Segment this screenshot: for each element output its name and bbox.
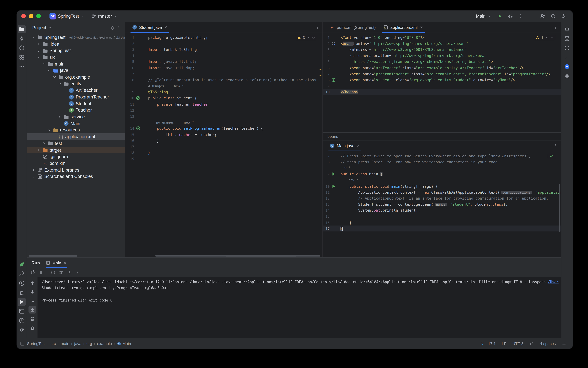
code-line-7[interactable]: 7 <bean name="programTeacher" class="org… [323,71,561,77]
project-scrollbar[interactable] [29,255,77,257]
line-separator[interactable]: LF [499,340,509,346]
code-line-10[interactable]: 10 public static void main(String[] args… [323,183,561,189]
tree-item-external-libraries[interactable]: External Libraries [27,167,125,173]
zoom-window-button[interactable] [36,14,41,18]
run-console[interactable]: /Users/eve/Library/Java/JavaVirtualMachi… [38,277,561,339]
inspection-widget[interactable]: 1 [534,35,556,41]
chevron-down-icon[interactable] [47,128,51,132]
tree-item-org.example[interactable]: org.example [27,74,125,80]
tree-item-test[interactable]: test [27,140,125,147]
code-line-11[interactable]: 11 private Teacher teacher; [125,101,322,107]
panel-options-icon[interactable] [117,26,121,30]
code-with-me-button[interactable] [538,12,547,20]
spring-gutter-icon[interactable] [136,96,141,101]
code-line-1[interactable]: 1<?xml version="1.0" encoding="UTF-8"?> [323,35,561,41]
debug-icon[interactable] [18,288,26,297]
code-line-7[interactable]: 7 [125,71,322,77]
maven-tool-icon[interactable]: m [563,53,571,62]
chevron-right-icon[interactable] [31,175,36,179]
tree-item-resources[interactable]: resources [27,127,125,134]
code-line-16[interactable]: 16 } [125,138,322,144]
code-line-8[interactable]: 8 <bean name="student" class="org.exampl… [323,77,561,83]
scroll-to-top-button[interactable] [29,279,36,286]
tab-application.xml[interactable]: </>application.xml [379,22,427,33]
code-line-15[interactable]: 15 [323,213,561,220]
editor-hscrollbar[interactable] [155,255,320,257]
notifications-icon[interactable] [563,25,571,33]
code-line-16[interactable]: 16 } [323,220,561,226]
todo-icon[interactable] [18,270,26,278]
ideavim-icon[interactable]: V [480,341,485,346]
breadcrumb[interactable]: beans [323,132,561,140]
close-icon[interactable] [420,26,423,29]
chevron-up-icon[interactable] [307,36,310,39]
chevron-right-icon[interactable] [37,148,41,152]
breadcrumb-item[interactable]: beans [328,134,338,139]
chevron-right-icon[interactable] [42,141,46,146]
project-icon[interactable] [18,25,26,33]
chevron-down-icon[interactable] [48,26,52,29]
run-button[interactable] [495,12,504,20]
main-code[interactable]: 7// Press Shift twice to open the Search… [323,151,561,257]
nav-crumb-src[interactable]: src [50,341,56,346]
chevron-down-icon[interactable] [312,36,315,39]
nav-crumb-main[interactable]: main [61,341,69,346]
nav-crumb-main[interactable]: CMain [117,341,131,346]
tree-item-teacher[interactable]: ITeacher [27,107,125,113]
chevron-up-icon[interactable] [545,36,549,39]
structure-icon[interactable] [18,44,26,52]
code-line-11[interactable]: 11 ApplicationContext context = new Clas… [323,189,561,195]
inspection-widget[interactable]: 3 [295,35,317,41]
tree-item-artteacher[interactable]: CArtTeacher [27,87,125,94]
spring-gutter-icon[interactable] [136,126,141,131]
project-widget[interactable]: ST SpringTest [47,12,87,20]
code-line-12[interactable]: 12 [125,107,322,113]
chevron-down-icon[interactable] [52,75,57,79]
code-line-9[interactable]: 9public class Main { [323,171,561,177]
code-line-17[interactable]: 17 [125,144,322,150]
console-link[interactable]: /User [548,280,559,284]
scroll-to-end-icon[interactable] [67,270,72,275]
run-gutter-icon[interactable] [331,184,336,189]
tree-item-main[interactable]: CMain [27,120,125,127]
inlay-hint[interactable]: no usages new * [125,119,322,125]
tool-window-layout-icon[interactable] [20,341,25,346]
notifications-widget[interactable] [559,340,569,346]
search-everywhere-button[interactable] [549,12,558,20]
spring-gutter-icon[interactable] [331,77,336,82]
close-icon[interactable] [63,261,67,265]
stop-icon[interactable] [39,270,44,275]
tree-item-springtest[interactable]: SpringTest [27,47,125,54]
build-icon[interactable] [563,44,571,52]
inlay-hint[interactable]: 4 usages new * [125,83,322,89]
rerun-icon[interactable] [30,270,35,275]
tree-item-student[interactable]: CStudent [27,100,125,107]
code-line-9[interactable]: 9 [323,83,561,89]
tab-main.java[interactable]: CMain.java [326,140,364,151]
chevron-right-icon[interactable] [58,115,62,119]
code-line-3[interactable]: 3import lombok.ToString; [125,47,322,53]
chevron-down-icon[interactable] [47,68,51,73]
nav-crumb-org[interactable]: org [86,341,92,346]
run-anything-icon[interactable] [18,279,26,287]
code-line-5[interactable]: 5import java.util.List; [125,59,322,65]
more-tools-icon[interactable] [18,63,26,71]
chevron-right-icon[interactable] [37,48,41,53]
code-line-8[interactable]: 8// @ToString annotation is used to gene… [125,77,322,83]
tree-item-java[interactable]: java [27,67,125,74]
tab-options-icon[interactable] [553,143,558,148]
code-line-1[interactable]: 1package org.example.entity; [125,35,322,41]
tree-item-springtest[interactable]: SpringTest~/Desktop/CS/JavaEE/2 Java Spr… [27,34,125,41]
scroll-to-bottom-button[interactable] [29,288,36,295]
debug-button[interactable] [506,12,515,20]
code-line-6[interactable]: 6import java.util.Map; [125,65,322,71]
settings-button[interactable] [559,12,568,20]
tab-options-icon[interactable] [315,25,319,30]
soft-wrap-button[interactable] [29,297,36,304]
nav-crumb-java[interactable]: java [74,341,81,346]
tab-student.java[interactable]: CStudent.java [128,22,172,33]
inlay-hint[interactable]: new * [323,165,561,171]
file-encoding[interactable]: UTF-8 [510,340,526,346]
nav-crumb-springtest[interactable]: SpringTest [27,341,46,346]
run-gutter-icon[interactable] [331,172,336,176]
